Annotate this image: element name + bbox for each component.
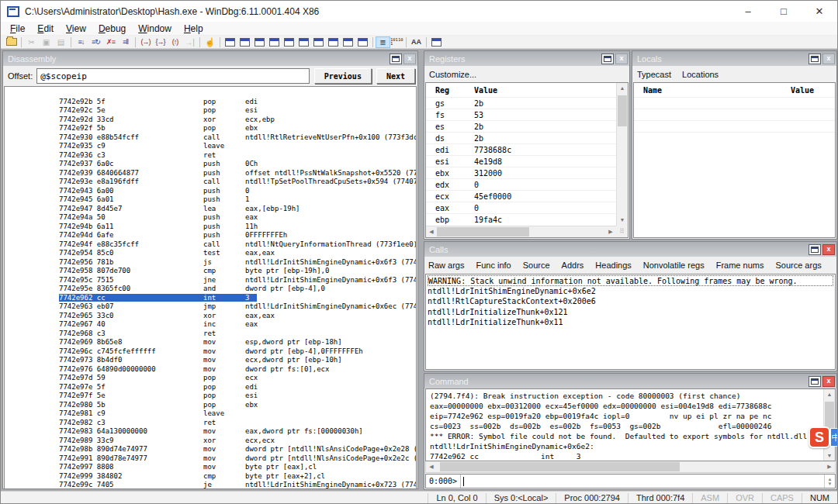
ime-language-icon[interactable]: 中 <box>830 428 838 447</box>
toolbar-icon[interactable]: AA <box>409 36 424 48</box>
toolbar-icon[interactable] <box>424 36 429 48</box>
register-row[interactable]: ebp19fa4c <box>426 213 628 225</box>
scroll-right-icon[interactable]: ▶ <box>824 464 835 470</box>
close-panel-button[interactable]: x <box>822 244 835 255</box>
menu-item[interactable]: File <box>4 22 31 35</box>
prompt-spinner[interactable]: ▲▼ <box>824 475 835 488</box>
offset-input[interactable] <box>36 68 310 84</box>
close-button[interactable]: ✕ <box>802 1 837 22</box>
toolbar-icon[interactable] <box>217 36 223 48</box>
call-stack-frame[interactable]: ntdll!LdrInitializeThunk+0x11 <box>428 317 833 328</box>
menu-item[interactable]: Window <box>132 22 178 35</box>
close-panel-button[interactable]: x <box>615 54 628 64</box>
command-title-bar[interactable]: Command x <box>424 374 836 388</box>
toolbar-icon[interactable]: ≡↻ <box>88 36 103 48</box>
toolbar-icon[interactable]: ≡↓ <box>74 36 88 48</box>
call-stack-frame[interactable]: ntdll!LdrInitializeThunk+0x121 <box>428 307 833 318</box>
scroll-down-icon[interactable]: ▼ <box>620 215 625 226</box>
toolbar-icon[interactable]: ☝ <box>203 36 217 48</box>
next-button[interactable]: Next <box>376 68 415 84</box>
toolbar-icon[interactable] <box>19 36 24 48</box>
toolbar-icon[interactable] <box>370 36 376 48</box>
register-row[interactable]: ecx45ef0000 <box>426 190 628 202</box>
toolbar-icon[interactable]: (→) <box>138 36 153 48</box>
toolbar-icon[interactable]: ≡‖ <box>118 36 133 48</box>
toolbar-icon[interactable] <box>429 36 444 48</box>
toolbar-icon[interactable] <box>326 36 341 48</box>
registers-hscrollbar[interactable]: ◀ ▶ <box>426 226 616 237</box>
locations-button[interactable]: Locations <box>682 70 719 79</box>
menu-item[interactable]: Debug <box>92 22 132 35</box>
scroll-up-icon[interactable]: ▲ <box>827 389 833 399</box>
menu-item[interactable]: Edit <box>31 22 60 35</box>
call-stack-frame[interactable]: WARNING: Stack unwind information not av… <box>428 275 833 286</box>
float-button[interactable] <box>390 54 402 64</box>
toolbar-icon[interactable] <box>267 36 282 48</box>
previous-button[interactable]: Previous <box>314 68 372 84</box>
calls-toolbar-button[interactable]: Addrs <box>562 261 584 270</box>
customize-button[interactable]: Customize... <box>429 70 476 79</box>
calls-toolbar-button[interactable]: Source <box>523 261 550 270</box>
toolbar-icon[interactable]: {→} <box>153 36 168 48</box>
scroll-left-icon[interactable]: ◀ <box>426 464 437 470</box>
call-stack-frame[interactable]: ntdll!LdrInitShimEngineDynamic+0x6e2 <box>428 286 833 297</box>
scroll-down-icon[interactable]: ▼ <box>827 450 833 461</box>
register-row[interactable]: gs2b <box>426 97 628 109</box>
sogou-icon[interactable]: S <box>809 426 830 448</box>
register-row[interactable]: ds2b <box>426 132 628 143</box>
register-row[interactable]: es2b <box>426 120 628 132</box>
toolbar-icon[interactable]: ▣ <box>39 36 54 48</box>
registers-title-bar[interactable]: Registers x <box>424 51 629 66</box>
locals-title-bar[interactable]: Locals x <box>632 51 836 66</box>
toolbar-icon[interactable]: →| <box>182 36 197 48</box>
command-vscrollbar[interactable]: ▲ ▼ <box>823 389 835 461</box>
disassembly-title-bar[interactable]: Disassembly x <box>3 51 417 66</box>
register-row[interactable]: edi7738688c <box>426 143 628 155</box>
calls-stack-list[interactable]: WARNING: Stack unwind information not av… <box>425 274 836 370</box>
close-panel-button[interactable]: x <box>822 54 835 64</box>
toolbar-icon[interactable] <box>133 36 138 48</box>
calls-toolbar-button[interactable]: Source args <box>775 261 821 270</box>
toolbar-icon[interactable] <box>403 36 409 48</box>
toolbar-icon[interactable] <box>282 36 296 48</box>
minimize-button[interactable]: – <box>730 1 766 22</box>
toolbar-icon[interactable]: ✗≡ <box>103 36 118 48</box>
toolbar-icon[interactable] <box>237 36 252 48</box>
calls-toolbar-button[interactable]: Frame nums <box>716 261 764 270</box>
toolbar-icon[interactable] <box>68 36 74 48</box>
float-button[interactable] <box>809 244 821 255</box>
calls-toolbar-button[interactable]: Headings <box>595 261 631 270</box>
close-panel-button[interactable]: x <box>822 376 835 387</box>
register-row[interactable]: ebx312000 <box>426 167 628 178</box>
calls-toolbar-button[interactable]: Func info <box>476 261 511 270</box>
toolbar-icon[interactable] <box>341 36 355 48</box>
ime-indicator[interactable]: S 中 <box>809 426 838 448</box>
registers-vscrollbar[interactable]: ▲ ▼ <box>616 83 628 226</box>
command-hscrollbar[interactable]: ◀ ▶ <box>425 461 836 473</box>
menu-item[interactable]: View <box>60 22 92 35</box>
scroll-right-icon[interactable]: ▶ <box>605 229 616 235</box>
toolbar-icon[interactable] <box>252 36 267 48</box>
register-row[interactable]: fs53 <box>426 109 628 120</box>
toolbar-icon[interactable]: ✂ <box>24 36 39 48</box>
toolbar-icon[interactable]: 101101 <box>390 36 403 48</box>
toolbar-icon[interactable] <box>311 36 326 48</box>
disassembly-line[interactable]: 7742e92b 5fpopedi <box>9 88 416 98</box>
command-output[interactable]: (2794.7f4): Break instruction exception … <box>425 388 836 461</box>
toolbar-icon[interactable] <box>197 36 203 48</box>
register-row[interactable]: edx0 <box>426 178 628 190</box>
toolbar-icon[interactable]: ≣ <box>376 36 390 48</box>
menu-item[interactable]: Help <box>178 22 210 35</box>
float-button[interactable] <box>601 54 614 64</box>
register-row[interactable]: esi4e19d8 <box>426 155 628 167</box>
close-panel-button[interactable]: x <box>403 54 416 64</box>
toolbar-icon[interactable] <box>4 36 19 48</box>
float-button[interactable] <box>809 54 821 64</box>
toolbar-icon[interactable]: ▤ <box>54 36 68 48</box>
call-stack-frame[interactable]: ntdll!RtlCaptureStackContext+0x200e6 <box>428 296 833 307</box>
toolbar-icon[interactable] <box>223 36 237 48</box>
typecast-button[interactable]: Typecast <box>637 70 671 79</box>
calls-title-bar[interactable]: Calls x <box>424 242 836 257</box>
calls-toolbar-button[interactable]: Nonvolatile regs <box>643 261 705 270</box>
toolbar-icon[interactable] <box>355 36 370 48</box>
